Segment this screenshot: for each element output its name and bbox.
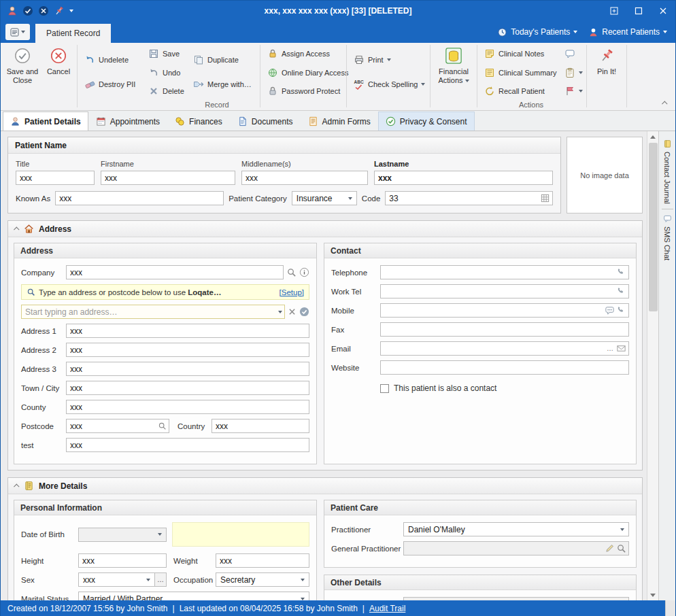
firstname-input[interactable] — [101, 171, 235, 185]
envelope-icon[interactable] — [616, 343, 626, 354]
qat-pin-icon[interactable] — [54, 5, 65, 16]
recent-patients-menu[interactable]: Recent Patients — [588, 27, 667, 37]
clear-search-icon[interactable] — [288, 307, 297, 316]
sms-bubble-icon[interactable] — [605, 305, 615, 315]
pin-it-button[interactable]: Pin It! — [589, 45, 624, 100]
height-input[interactable] — [79, 554, 164, 567]
town-city-input[interactable] — [67, 381, 307, 394]
undo-button[interactable]: Undo — [146, 65, 186, 80]
verify-address-icon[interactable] — [299, 307, 309, 317]
company-info-icon[interactable] — [299, 267, 309, 277]
cancel-button[interactable]: Cancel — [42, 45, 75, 100]
middlename-input[interactable] — [241, 171, 368, 185]
code-input[interactable] — [386, 192, 539, 205]
address2-input[interactable] — [67, 343, 307, 356]
tab-documents[interactable]: Documents — [230, 112, 301, 131]
clipboard-button[interactable] — [562, 65, 582, 80]
email-ellipsis-button[interactable]: … — [607, 345, 613, 352]
recall-patient-button[interactable]: Recall Patient — [481, 84, 558, 99]
address-search-input[interactable] — [22, 305, 278, 318]
tab-finances[interactable]: Finances — [167, 112, 230, 131]
audit-trail-link[interactable]: Audit Trail — [369, 604, 405, 613]
email-input[interactable] — [381, 342, 605, 355]
fax-input[interactable] — [381, 323, 626, 336]
delete-button[interactable]: Delete — [146, 84, 186, 99]
loqate-setup-link[interactable]: [Setup] — [280, 288, 304, 296]
work-tel-input[interactable] — [381, 285, 615, 298]
address-section-header[interactable]: Address — [8, 221, 642, 237]
company-input[interactable] — [67, 266, 281, 279]
tab-privacy-consent[interactable]: Privacy & Consent — [378, 112, 475, 131]
practitioner-combo[interactable]: Daniel O'Malley — [403, 522, 629, 536]
side-tab-contact-journal[interactable]: Contact Journal — [663, 135, 672, 209]
tab-admin-forms[interactable]: Admin Forms — [301, 112, 378, 131]
flag-button[interactable] — [562, 84, 582, 99]
scroll-up-button[interactable] — [647, 131, 658, 142]
side-tab-sms-chat[interactable]: SMS Chat — [663, 209, 672, 265]
window-expand-button[interactable] — [602, 1, 626, 21]
test-input[interactable] — [67, 439, 307, 451]
clinical-summary-button[interactable]: Clinical Summary — [481, 65, 558, 80]
app-menu-button[interactable] — [5, 24, 30, 40]
lookup-search-icon[interactable] — [616, 543, 626, 553]
telephone-input[interactable] — [381, 266, 615, 279]
destroy-pii-button[interactable]: Destroy PII — [82, 77, 141, 92]
ribbon-collapse-icon[interactable] — [662, 101, 667, 106]
address3-input[interactable] — [67, 362, 307, 375]
address-search-caret-icon[interactable] — [278, 311, 282, 313]
collapse-chevron-icon[interactable] — [14, 226, 19, 232]
phone-icon[interactable] — [616, 286, 626, 296]
gp-input[interactable] — [404, 542, 603, 555]
postcode-search-icon[interactable] — [158, 422, 167, 430]
qat-save-close-icon[interactable] — [22, 5, 33, 16]
known-as-input[interactable] — [55, 191, 224, 205]
password-protect-button[interactable]: Password Protect — [265, 84, 342, 99]
sex-ellipsis-button[interactable]: … — [155, 572, 167, 587]
title-input[interactable] — [16, 171, 95, 185]
duplicate-button[interactable]: Duplicate — [190, 52, 256, 67]
scroll-down-button[interactable] — [647, 589, 658, 600]
scrollbar-thumb[interactable] — [649, 143, 658, 311]
financial-actions-button[interactable]: Financial Actions — [433, 45, 475, 100]
address1-input[interactable] — [67, 324, 307, 337]
window-maximize-button[interactable] — [626, 1, 651, 21]
keypad-icon[interactable] — [540, 193, 550, 203]
lastname-input[interactable] — [374, 171, 553, 185]
dob-picker[interactable] — [78, 528, 167, 542]
also-contact-checkbox[interactable] — [380, 384, 389, 393]
sex-combo[interactable]: xxx — [78, 572, 155, 587]
assign-access-button[interactable]: Assign Access — [265, 46, 342, 61]
online-diary-access-button[interactable]: Online Diary Access — [265, 65, 342, 80]
phone-icon[interactable] — [616, 305, 626, 315]
country-input[interactable] — [212, 420, 307, 432]
save-and-close-button[interactable]: Save and Close — [3, 45, 42, 100]
mobile-input[interactable] — [381, 304, 603, 317]
occupation-combo[interactable]: Secretary — [216, 572, 309, 587]
phone-icon[interactable] — [616, 267, 626, 277]
print-button[interactable]: Print — [351, 52, 426, 67]
vertical-scrollbar[interactable] — [647, 131, 658, 600]
postcode-input[interactable] — [67, 420, 156, 432]
ribbon-tab-patient-record[interactable]: Patient Record — [35, 24, 111, 43]
comment-button[interactable] — [562, 46, 582, 61]
qat-cancel-icon[interactable] — [38, 5, 49, 16]
check-spelling-button[interactable]: ABC Check Spelling — [351, 77, 426, 92]
qat-dropdown-icon[interactable] — [69, 10, 73, 12]
patient-category-combo[interactable]: Insurance — [292, 191, 357, 205]
weight-input[interactable] — [216, 554, 307, 567]
tab-appointments[interactable]: Appointments — [88, 112, 167, 131]
marital-status-combo[interactable]: Married / With Partner — [78, 592, 309, 600]
collapse-chevron-icon[interactable] — [14, 483, 19, 489]
clinical-notes-button[interactable]: Clinical Notes — [481, 46, 558, 61]
tab-patient-details[interactable]: Patient Details — [3, 112, 88, 131]
undelete-button[interactable]: Undelete — [82, 52, 141, 67]
todays-patients-menu[interactable]: Today's Patients — [497, 27, 577, 37]
window-close-button[interactable] — [651, 1, 675, 21]
website-input[interactable] — [381, 361, 626, 374]
edit-pencil-icon[interactable] — [605, 543, 615, 553]
merge-with-button[interactable]: Merge with… — [190, 77, 256, 92]
save-button[interactable]: Save — [146, 46, 186, 61]
company-search-icon[interactable] — [286, 267, 297, 277]
more-details-header[interactable]: More Details — [8, 478, 642, 494]
patient-photo-placeholder[interactable]: No image data — [567, 137, 643, 213]
